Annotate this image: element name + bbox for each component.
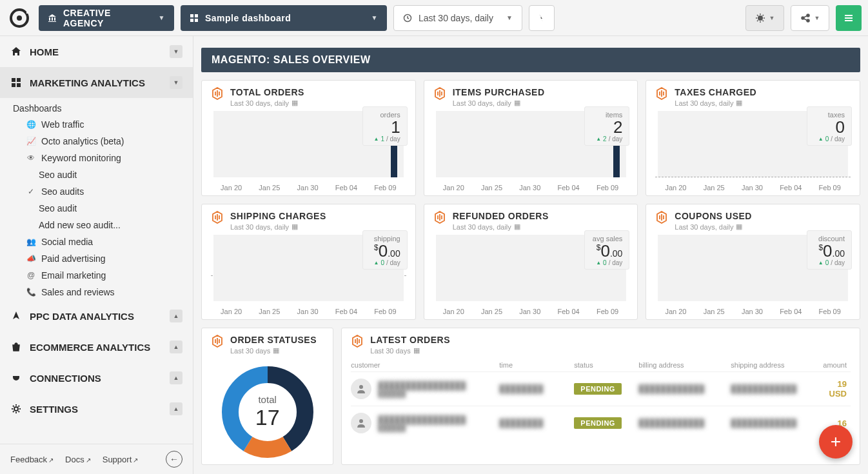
users-icon: 👥: [26, 237, 36, 246]
dashboard-selector[interactable]: Sample dashboard ▼: [181, 5, 387, 31]
metric-value: 2: [591, 119, 622, 135]
donut-total-label: total: [258, 394, 276, 405]
shipping-address: ████████████: [731, 419, 823, 428]
x-tick-label: Jan 20: [665, 184, 686, 192]
sidebar-item-add-seo-audit[interactable]: Add new seo audit...: [0, 217, 193, 233]
sidebar-item-seo-audit-2[interactable]: Seo audit: [0, 200, 193, 217]
sidebar-item-seo-audits[interactable]: ✓Seo audits: [0, 183, 193, 200]
card-title: LATEST ORDERS: [370, 335, 450, 345]
x-tick-label: Jan 20: [665, 308, 686, 315]
chevron-down-icon: ▼: [170, 45, 182, 58]
daterange-selector[interactable]: Last 30 days, daily ▼: [393, 5, 522, 31]
sidebar-item-email-marketing[interactable]: @Email marketing: [0, 267, 193, 284]
globe-icon: 🌐: [26, 120, 36, 129]
col-head-billing: billing address: [638, 361, 731, 369]
plug-icon: [10, 372, 22, 384]
sidebar-item-sales-reviews[interactable]: 📞Sales and reviews: [0, 284, 193, 301]
sidebar-item-keyword-monitoring[interactable]: 👁Keyword monitoring: [0, 150, 193, 166]
x-tick-label: Feb 09: [819, 184, 841, 192]
share-button[interactable]: ▼: [791, 5, 829, 31]
phone-icon: 📞: [26, 288, 36, 297]
sidebar-section-home[interactable]: HOME ▼: [0, 36, 193, 67]
card-subtitle: Last 30 days ▦: [370, 346, 450, 355]
x-tick-label: Feb 04: [780, 184, 802, 192]
billing-address: ████████████: [638, 419, 731, 428]
subtitle-text: Last 30 days: [230, 347, 270, 355]
theme-button[interactable]: ▼: [745, 5, 784, 31]
power-button[interactable]: [529, 5, 555, 31]
x-tick-label: Jan 30: [742, 184, 763, 192]
link-label: Feedback: [10, 455, 47, 464]
svg-rect-5: [190, 19, 193, 22]
card-subtitle: Last 30 days, daily ▦: [453, 99, 545, 107]
x-tick-label: Feb 04: [335, 308, 357, 315]
sidebar-item-paid-advertising[interactable]: 📣Paid advertising: [0, 250, 193, 267]
hamburger-button[interactable]: [836, 5, 862, 31]
svg-rect-12: [12, 78, 15, 82]
calendar-icon: ▦: [514, 222, 520, 231]
sidebar: HOME ▼ MARKETING ANALYTICS ▼ Dashboards …: [0, 36, 193, 474]
sidebar-section-connections[interactable]: CONNECTIONS ▲: [0, 362, 193, 393]
order-time: ████████: [499, 384, 574, 393]
agency-selector[interactable]: CREATIVE AGENCY ▼: [39, 5, 174, 31]
subtitle-text: Last 30 days: [370, 347, 410, 355]
analytics-icon: [10, 77, 22, 88]
magento-icon: [655, 87, 668, 100]
magento-icon: [351, 335, 364, 348]
gear-icon: [10, 403, 22, 415]
card-subtitle: Last 30 days, daily ▦: [230, 222, 326, 231]
collapse-sidebar-button[interactable]: ←: [166, 451, 182, 468]
metric-badge: orders 1 ▲1/ day: [362, 106, 408, 146]
table-row[interactable]: ████████████████ ██████ ████████ PENDING…: [351, 371, 851, 406]
x-tick-label: Feb 09: [819, 308, 841, 315]
sidebar-section-marketing[interactable]: MARKETING ANALYTICS ▼: [0, 67, 193, 98]
sidebar-item-social-media[interactable]: 👥Social media: [0, 233, 193, 250]
x-tick-label: Feb 09: [597, 308, 618, 315]
card-title: TAXES CHARGED: [675, 87, 756, 97]
metric-delta: ▲0/ day: [814, 135, 845, 143]
sidebar-section-ecommerce[interactable]: ECOMMERCE ANALYTICS ▲: [0, 331, 193, 362]
donut-chart: total 17: [219, 364, 316, 460]
card-title: SHIPPING CHARGES: [230, 211, 326, 221]
sidebar-item-label: Seo audit: [39, 170, 77, 180]
svg-point-21: [359, 419, 363, 423]
topbar: CREATIVE AGENCY ▼ Sample dashboard ▼ Las…: [0, 0, 868, 36]
x-tick-label: Jan 25: [259, 184, 280, 192]
svg-point-20: [359, 385, 363, 389]
svg-point-10: [807, 14, 809, 17]
chevron-down-icon: ▼: [814, 15, 820, 21]
sidebar-item-octo-analytics[interactable]: 📈Octo analytics (beta): [0, 133, 193, 150]
add-fab-button[interactable]: +: [819, 425, 853, 459]
sidebar-item-web-traffic[interactable]: 🌐Web traffic: [0, 116, 193, 133]
metric-cards-row-1: TOTAL ORDERS Last 30 days, daily ▦ order…: [201, 80, 860, 196]
card-title: TOTAL ORDERS: [230, 87, 304, 97]
external-link-icon: ↗: [133, 457, 138, 464]
table-row[interactable]: ████████████████ ██████ ████████ PENDING…: [351, 406, 851, 440]
sidebar-item-label: Seo audit: [39, 203, 77, 213]
sidebar-item-label: Keyword monitoring: [41, 153, 121, 163]
card-refunded_orders: REFUNDED ORDERS Last 30 days, daily ▦ av…: [424, 204, 638, 320]
magento-icon: [211, 87, 224, 100]
check-icon: ✓: [26, 187, 36, 196]
svg-rect-3: [190, 14, 193, 17]
calendar-icon: ▦: [736, 99, 742, 107]
card-coupons_used: COUPONS USED Last 30 days, daily ▦ disco…: [646, 204, 860, 320]
sidebar-item-seo-audit[interactable]: Seo audit: [0, 166, 193, 183]
billing-address: ████████████: [638, 384, 731, 393]
support-link[interactable]: Support↗: [103, 455, 139, 464]
customer-name: ████████████████: [378, 381, 466, 390]
avatar: [351, 413, 371, 433]
docs-link[interactable]: Docs↗: [65, 455, 91, 464]
sidebar-section-ppc[interactable]: PPC DATA ANALYTICS ▲: [0, 301, 193, 331]
x-tick-label: Jan 25: [481, 308, 502, 315]
svg-rect-15: [17, 83, 21, 87]
feedback-link[interactable]: Feedback↗: [10, 455, 54, 464]
megaphone-icon: 📣: [26, 254, 36, 263]
x-tick-label: Feb 09: [374, 184, 396, 192]
metric-delta: ▲1/ day: [370, 135, 400, 143]
sidebar-section-settings[interactable]: SETTINGS ▲: [0, 393, 193, 424]
order-amount: 19 USD: [823, 379, 851, 399]
app-logo[interactable]: [6, 5, 32, 31]
main-content: MAGENTO: SALES OVERVIEW TOTAL ORDERS Las…: [193, 36, 868, 474]
svg-point-1: [17, 15, 22, 21]
